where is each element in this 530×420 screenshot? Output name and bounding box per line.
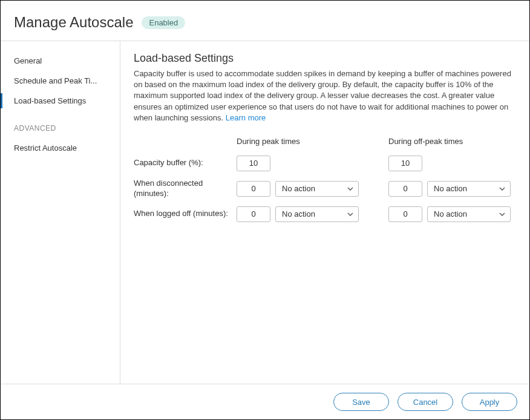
- sidebar-item-restrict-autoscale[interactable]: Restrict Autoscale: [1, 138, 120, 158]
- select-value: No action: [434, 209, 467, 218]
- content-heading: Load-based Settings: [134, 52, 516, 65]
- select-value: No action: [282, 209, 315, 218]
- field-capacity-peak: [237, 156, 364, 171]
- input-capacity-peak[interactable]: [237, 156, 270, 171]
- save-button[interactable]: Save: [333, 393, 389, 411]
- dialog-body: General Schedule and Peak Ti... Load-bas…: [1, 41, 529, 384]
- field-disconnected-peak: No action: [237, 181, 364, 197]
- sidebar: General Schedule and Peak Ti... Load-bas…: [1, 41, 120, 384]
- label-capacity-buffer: Capacity buffer (%):: [134, 158, 237, 168]
- input-loggedoff-peak-min[interactable]: [237, 206, 270, 222]
- sidebar-item-general[interactable]: General: [1, 51, 120, 71]
- col-header-peak: During peak times: [237, 137, 364, 148]
- select-disconnected-offpeak-action[interactable]: No action: [427, 181, 511, 197]
- label-disconnected: When disconnected (minutes):: [134, 179, 237, 199]
- input-disconnected-offpeak-min[interactable]: [388, 181, 422, 197]
- page-title: Manage Autoscale: [14, 14, 133, 31]
- settings-grid: During peak times During off-peak times …: [134, 137, 516, 222]
- intro-body: Capacity buffer is used to accommodate s…: [134, 69, 511, 122]
- dialog-footer: Save Cancel Apply: [1, 384, 529, 419]
- chevron-down-icon: [499, 211, 505, 217]
- select-loggedoff-offpeak-action[interactable]: No action: [427, 206, 511, 222]
- select-loggedoff-peak-action[interactable]: No action: [275, 206, 359, 222]
- sidebar-item-schedule[interactable]: Schedule and Peak Ti...: [1, 71, 120, 91]
- sidebar-section-advanced: ADVANCED: [1, 111, 120, 138]
- input-disconnected-peak-min[interactable]: [237, 181, 270, 197]
- field-loggedoff-offpeak: No action: [388, 206, 516, 222]
- field-capacity-offpeak: [388, 156, 516, 171]
- input-loggedoff-offpeak-min[interactable]: [388, 206, 422, 222]
- label-logged-off: When logged off (minutes):: [134, 209, 237, 219]
- status-badge: Enabled: [142, 16, 185, 29]
- chevron-down-icon: [347, 186, 353, 192]
- apply-button[interactable]: Apply: [462, 393, 517, 411]
- field-loggedoff-peak: No action: [237, 206, 364, 222]
- input-capacity-offpeak[interactable]: [388, 156, 422, 171]
- intro-text: Capacity buffer is used to accommodate s…: [134, 68, 516, 123]
- chevron-down-icon: [347, 211, 353, 217]
- content-pane: Load-based Settings Capacity buffer is u…: [120, 41, 529, 384]
- col-header-offpeak: During off-peak times: [388, 137, 516, 148]
- select-value: No action: [282, 184, 315, 193]
- dialog-header: Manage Autoscale Enabled: [1, 1, 529, 41]
- sidebar-item-load-based[interactable]: Load-based Settings: [1, 91, 120, 111]
- select-disconnected-peak-action[interactable]: No action: [275, 181, 359, 197]
- chevron-down-icon: [499, 186, 505, 192]
- learn-more-link[interactable]: Learn more: [226, 113, 266, 122]
- field-disconnected-offpeak: No action: [388, 181, 516, 197]
- cancel-button[interactable]: Cancel: [398, 393, 453, 411]
- select-value: No action: [434, 184, 467, 193]
